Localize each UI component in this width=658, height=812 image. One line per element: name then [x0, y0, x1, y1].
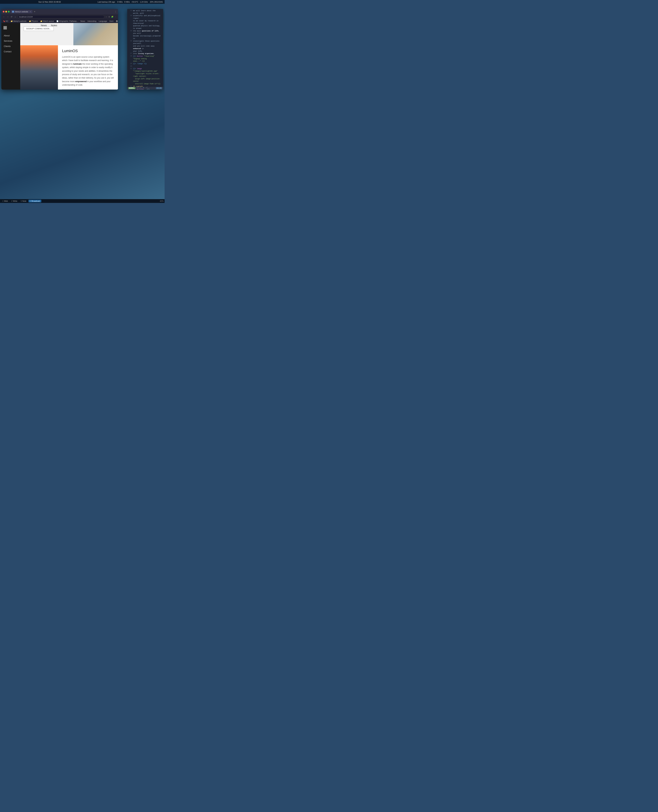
- editor-branch-icon: ⎇: [146, 86, 147, 88]
- website-main[interactable]: SIGNUP COMING SOON... News Notes: [20, 23, 118, 90]
- editor-line-38: 38 {{< button "/learning" "Signup Coming: [127, 55, 163, 60]
- editor-line-41d: onscroll-image-fade-in">}}: [127, 83, 163, 85]
- bookmark-language[interactable]: Language: [98, 20, 108, 22]
- bookmark-icon[interactable]: ☆: [105, 16, 108, 18]
- download-button[interactable]: DOWNLOAD COMING SOON...: [62, 89, 96, 90]
- site-logo-icon: [3, 26, 7, 30]
- signup-button[interactable]: SIGNUP COMING SOON...: [24, 27, 54, 31]
- browser-titlebar: H Henry's website ✕ + ⋮: [2, 9, 118, 14]
- maximize-button[interactable]: [8, 11, 9, 13]
- system-bar-datetime: Sun 12 Nov 2023 15:48:02: [38, 1, 61, 3]
- extension-icon[interactable]: 🧩: [111, 16, 114, 18]
- editor-line-36c: your life.: [127, 50, 163, 53]
- hero-image: [74, 23, 118, 45]
- editor-line-35: 35 the main questions of life, you will: [127, 30, 163, 35]
- toolbar-icons: ☆ ⬇ 🧩 ⋮: [105, 16, 117, 18]
- tab-favicon: H: [12, 11, 14, 13]
- site-logo: [2, 25, 20, 33]
- luminos-section: LuminOS LuminOS is an open-source Linux …: [20, 45, 118, 90]
- bookmark-watchqueue[interactable]: 📁 Watch queue: [39, 20, 55, 22]
- bookmark-kc[interactable]: 🔖 KC: [2, 20, 9, 22]
- sidebar-item-clients[interactable]: Clients: [2, 44, 20, 49]
- browser-tab[interactable]: H Henry's website ✕: [11, 10, 32, 13]
- taskbar-percentage: 42%: [160, 200, 164, 202]
- bookmark-notes[interactable]: 📓 Notes: [115, 20, 118, 22]
- editor-line-34b: As we cover my research in theoretical: [127, 20, 163, 25]
- forward-button[interactable]: →: [6, 15, 9, 18]
- editor-line-41: 41 {{< image "/images/spotlight03.jpg": [127, 68, 163, 72]
- taskbar: 1 Web 2 Write 5 Note 6 Broadcast 42%: [0, 199, 164, 203]
- system-bar-right: Last backup 23h ago 0 KB/s 0 KB/s +54.0°…: [97, 1, 163, 3]
- windows-area: H Henry's website ✕ + ⋮ ← → ↺ ⌂ localhos…: [0, 4, 164, 199]
- tab-bar: H Henry's website ✕ +: [11, 10, 113, 13]
- city-image: [20, 45, 58, 90]
- editor-statusbar: NORMAL utf-8 ◆ ⎇ markdown 82% 43:20: [127, 87, 163, 90]
- menu-icon[interactable]: ⋮: [114, 16, 117, 18]
- window-menu-icon[interactable]: ⋮: [114, 11, 117, 13]
- hero-section: SIGNUP COMING SOON... News Notes: [20, 23, 118, 45]
- section-title: LuminOS: [62, 49, 114, 53]
- bookmark-notes-icon: 📓: [116, 20, 118, 22]
- city-photo: [20, 45, 58, 90]
- window-controls: [3, 11, 9, 13]
- editor-line-39: 39 {{< /image >}}: [127, 63, 163, 65]
- bookmark-folder2-icon: 📁: [29, 20, 31, 22]
- editor-line-33: 33 We will learn about the world, with: [127, 9, 163, 14]
- bookmark-infographic[interactable]: 📄 Infographic: Pathway...: [56, 20, 79, 22]
- section-intro-italic: LuminOS: [62, 56, 70, 58]
- bookmark-physics[interactable]: 📁 Physics: [28, 20, 39, 22]
- taskbar-item-web[interactable]: 1 Web: [1, 199, 9, 203]
- section-body: LuminOS is an open-source Linux operatin…: [62, 55, 114, 87]
- system-bar: Sun 12 Nov 2023 15:48:02 Last backup 23h…: [0, 0, 164, 4]
- tab-close-icon[interactable]: ✕: [30, 11, 31, 13]
- browser-window: H Henry's website ✕ + ⋮ ← → ↺ ⌂ localhos…: [2, 9, 118, 90]
- battery-status: 20% 26G/154G: [150, 1, 163, 3]
- taskbar-item-note[interactable]: 5 Note: [19, 199, 28, 203]
- section-bold-luminate: luminate: [73, 63, 81, 65]
- editor-encoding: utf-8 ◆ ⎇ markdown 82%: [136, 86, 155, 90]
- url-text: localhost:1313/#: [19, 16, 33, 18]
- taskbar-item-broadcast[interactable]: 6 Broadcast: [28, 199, 41, 203]
- backup-status: Last backup 23h ago: [97, 1, 115, 3]
- editor-position: 43:20: [156, 87, 162, 89]
- bookmark-kc-icon: 🔖: [3, 20, 5, 22]
- reload-button[interactable]: ↺: [10, 15, 13, 18]
- section-text: LuminOS LuminOS is an open-source Linux …: [58, 45, 118, 90]
- url-bar[interactable]: localhost:1313/#: [17, 15, 104, 19]
- minimize-button[interactable]: [5, 11, 7, 13]
- close-button[interactable]: [3, 11, 5, 13]
- editor-line-35b: become increasingly prepared to: [127, 35, 163, 40]
- editor-window: 33 We will learn about the world, with 3…: [127, 9, 163, 90]
- editor-line-41c: align-left image-position-center: [127, 78, 163, 83]
- section-bold-empowered: empowered: [75, 80, 87, 83]
- editor-mode: NORMAL: [128, 87, 135, 89]
- bookmark-kent[interactable]: Kent: [109, 20, 114, 22]
- bookmark-folder3-icon: 📁: [40, 20, 42, 22]
- editor-line-41b: "spotlight style1 orient-right content-: [127, 72, 163, 77]
- taskbar-item-write[interactable]: 2 Write: [10, 199, 19, 203]
- bookmark-page-icon: 📄: [56, 20, 58, 22]
- editor-line-40: 40: [127, 65, 163, 68]
- website-sidebar: About Services Clients Contact: [2, 23, 20, 90]
- download-icon[interactable]: ⬇: [108, 16, 110, 18]
- browser-toolbar: ← → ↺ ⌂ localhost:1313/# ☆ ⬇ 🧩 ⋮: [2, 14, 118, 19]
- sidebar-item-contact[interactable]: Contact: [2, 49, 20, 54]
- bookmarks-bar: 🔖 KC 📁 Henry's website 📁 Physics 📁 Watch…: [2, 19, 118, 23]
- back-button[interactable]: ←: [2, 15, 5, 18]
- editor-line-37: 37 into living organisms.: [127, 52, 163, 55]
- bookmark-news[interactable]: News: [80, 20, 86, 22]
- editor-line-34: 34 scientific and philosophical rigour.: [127, 14, 163, 20]
- bookmark-henry[interactable]: 📁 Henry's website: [10, 20, 27, 22]
- tab-title: Henry's website: [15, 11, 28, 13]
- editor-line-36b: and you will come away enhanced in: [127, 45, 163, 50]
- editor-line-34c: quantum physics and biology, to answer: [127, 25, 163, 30]
- bookmark-folder-icon: 📁: [11, 20, 13, 22]
- sidebar-item-about[interactable]: About: [2, 33, 20, 38]
- sidebar-item-services[interactable]: Services: [2, 38, 20, 44]
- home-button[interactable]: ⌂: [14, 15, 17, 18]
- desktop: Sun 12 Nov 2023 15:48:02 Last backup 23h…: [0, 0, 164, 203]
- editor-content[interactable]: 33 We will learn about the world, with 3…: [127, 9, 163, 87]
- bookmark-interesting[interactable]: Interesting: [87, 20, 97, 22]
- editor-line-36: 36 investigate these questions yourself,: [127, 40, 163, 45]
- new-tab-button[interactable]: +: [33, 10, 36, 13]
